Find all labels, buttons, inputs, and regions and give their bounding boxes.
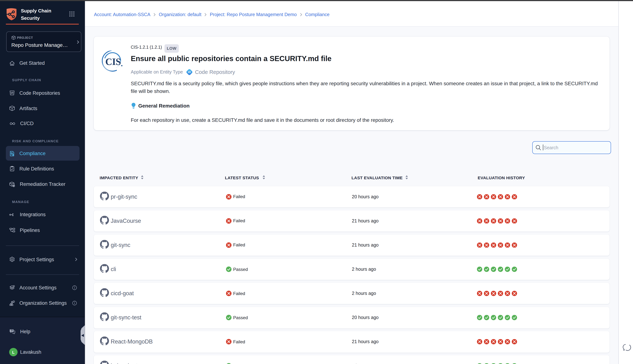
svg-text:?: ? <box>11 329 13 332</box>
svg-text:CIS: CIS <box>105 56 121 67</box>
